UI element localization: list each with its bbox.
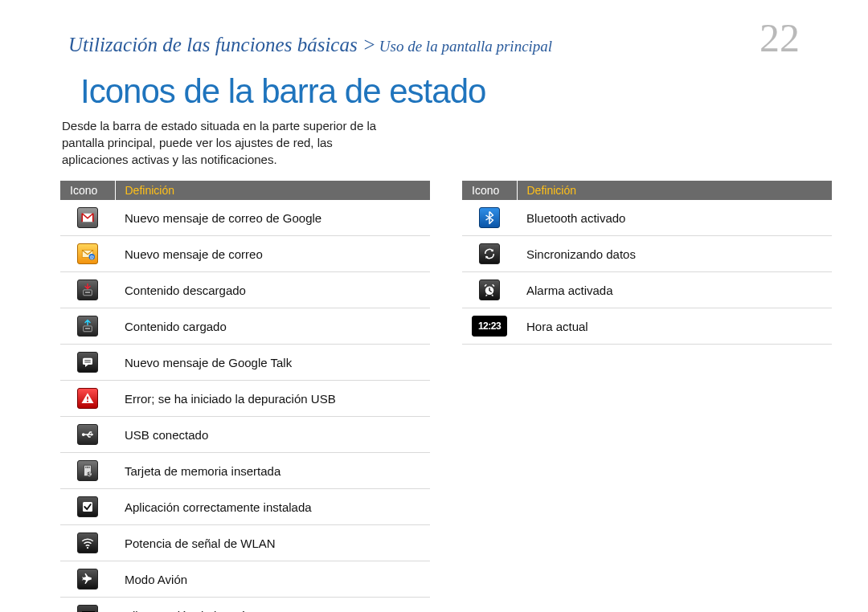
upload-icon (77, 316, 98, 337)
breadcrumb-main: Utilización de las funciones básicas > (68, 34, 376, 55)
header-icon: Icono (462, 181, 517, 200)
cell-label: Sincronizando datos (517, 236, 832, 272)
table-row: Alimentación de batería (60, 598, 430, 613)
svg-point-12 (87, 401, 88, 402)
download-icon (77, 279, 98, 300)
svg-rect-7 (85, 328, 90, 329)
cell-label: Contenido descargado (115, 272, 430, 308)
intro-text: Desde la barra de estado situada en la p… (0, 117, 402, 181)
battery-icon (77, 605, 98, 612)
airplane-icon (77, 569, 98, 590)
time-icon: 12:23 (472, 316, 507, 337)
breadcrumb-sub: Uso de la pantalla principal (379, 38, 552, 55)
table-row: Error; se ha iniciado la depuración USB (60, 381, 430, 417)
table-row: 12:23 Hora actual (462, 308, 832, 345)
svg-rect-5 (85, 292, 90, 293)
icons-table-left: Icono Definición Nuevo mensaje de correo… (60, 181, 430, 612)
table-row: Nuevo mensaje de correo de Google (60, 200, 430, 236)
svg-line-25 (493, 284, 494, 286)
svg-line-24 (485, 284, 486, 286)
page-title: Iconos de la barra de estado (0, 64, 868, 117)
header-definition: Definición (115, 181, 430, 200)
cell-label: Bluetooth activado (517, 200, 832, 236)
svg-point-21 (87, 547, 88, 549)
svg-text:@: @ (90, 255, 94, 259)
usb-icon (77, 424, 98, 445)
install-ok-icon (77, 496, 98, 517)
cell-label: Modo Avión (115, 561, 430, 598)
table-row: Nuevo mensaje de Google Talk (60, 345, 430, 381)
svg-line-27 (492, 295, 493, 296)
cell-label: Aplicación correctamente instalada (115, 489, 430, 525)
cell-label: Error; se ha iniciado la depuración USB (115, 381, 430, 417)
cell-label: Nuevo mensaje de correo (115, 236, 430, 272)
header-icon: Icono (60, 181, 115, 200)
table-row: Aplicación correctamente instalada (60, 489, 430, 525)
cell-label: Nuevo mensaje de correo de Google (115, 200, 430, 236)
talk-icon (77, 352, 98, 373)
table-row: Contenido cargado (60, 308, 430, 345)
gmail-icon (77, 207, 98, 228)
cell-label: Hora actual (517, 308, 832, 345)
svg-line-26 (486, 295, 488, 296)
alarm-icon (479, 279, 500, 300)
table-row: Potencia de señal de WLAN (60, 525, 430, 561)
breadcrumb: Utilización de las funciones básicas > U… (68, 34, 552, 56)
table-row: Modo Avión (60, 561, 430, 598)
header-definition: Definición (517, 181, 832, 200)
icons-table-right: Icono Definición Bluetooth activado Sinc… (462, 181, 832, 345)
mail-icon: @ (77, 243, 98, 264)
sdcard-icon (77, 460, 98, 481)
right-column: Icono Definición Bluetooth activado Sinc… (462, 181, 832, 612)
cell-label: Tarjeta de memoria insertada (115, 453, 430, 489)
left-column: Icono Definición Nuevo mensaje de correo… (60, 181, 430, 612)
table-row: Tarjeta de memoria insertada (60, 453, 430, 489)
error-icon (77, 388, 98, 409)
cell-label: Alimentación de batería (115, 598, 430, 613)
table-row: USB conectado (60, 417, 430, 453)
wifi-icon (77, 532, 98, 553)
table-row: Bluetooth activado (462, 200, 832, 236)
cell-label: Contenido cargado (115, 308, 430, 345)
table-row: Sincronizando datos (462, 236, 832, 272)
svg-rect-8 (83, 358, 92, 365)
page-number: 22 (760, 18, 800, 58)
columns: Icono Definición Nuevo mensaje de correo… (0, 181, 868, 612)
table-row: @ Nuevo mensaje de correo (60, 236, 430, 272)
sync-icon (479, 243, 500, 264)
cell-label: Potencia de señal de WLAN (115, 525, 430, 561)
cell-label: Alarma activada (517, 272, 832, 308)
table-row: Contenido descargado (60, 272, 430, 308)
bluetooth-icon (479, 207, 500, 228)
cell-label: USB conectado (115, 417, 430, 453)
table-row: Alarma activada (462, 272, 832, 308)
cell-label: Nuevo mensaje de Google Talk (115, 345, 430, 381)
page-header: Utilización de las funciones básicas > U… (0, 0, 868, 64)
